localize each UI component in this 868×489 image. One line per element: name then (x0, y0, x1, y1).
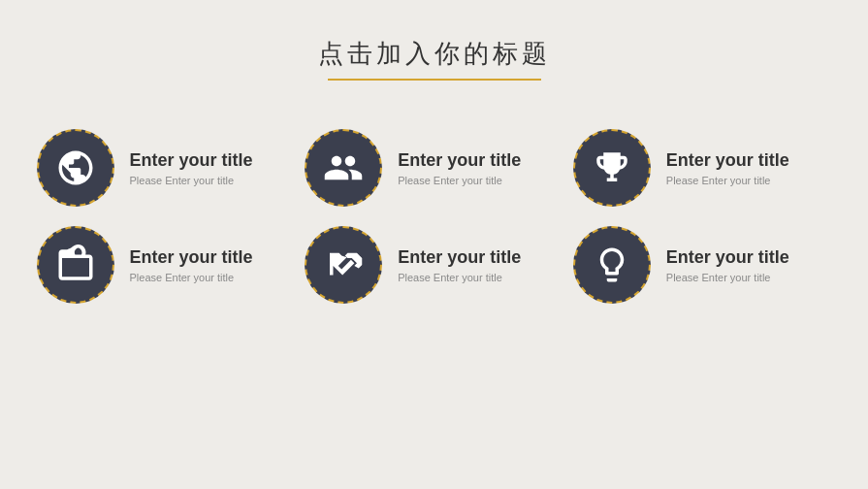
card-handshake-text: Enter your title Please Enter your title (398, 247, 521, 283)
card-team-title: Enter your title (398, 150, 521, 171)
card-briefcase-title: Enter your title (130, 247, 253, 268)
card-handshake-title: Enter your title (398, 247, 521, 268)
trophy-icon (592, 147, 632, 188)
handshake-icon-circle (305, 226, 382, 304)
cards-grid: Enter your title Please Enter your title… (17, 129, 852, 304)
card-lightbulb: Enter your title Please Enter your title (573, 226, 832, 304)
card-trophy-title: Enter your title (666, 150, 789, 171)
card-pie-chart-title: Enter your title (130, 150, 253, 171)
page-title: 点击加入你的标题 (318, 37, 551, 71)
title-underline (328, 79, 541, 81)
briefcase-icon (55, 244, 96, 285)
card-trophy-text: Enter your title Please Enter your title (666, 150, 789, 186)
trophy-icon-circle (573, 129, 651, 207)
team-icon (323, 147, 364, 188)
card-trophy-subtitle: Please Enter your title (666, 175, 789, 186)
card-briefcase-text: Enter your title Please Enter your title (130, 247, 253, 283)
card-briefcase: Enter your title Please Enter your title (37, 226, 296, 304)
briefcase-icon-circle (37, 226, 114, 304)
pie-chart-icon-circle (37, 129, 114, 207)
card-team-text: Enter your title Please Enter your title (398, 150, 521, 186)
card-pie-chart: Enter your title Please Enter your title (37, 129, 296, 207)
card-briefcase-subtitle: Please Enter your title (130, 272, 253, 283)
card-pie-chart-text: Enter your title Please Enter your title (130, 150, 253, 186)
card-lightbulb-title: Enter your title (666, 247, 789, 268)
lightbulb-icon-circle (573, 226, 651, 304)
card-team: Enter your title Please Enter your title (305, 129, 563, 207)
team-icon-circle (305, 129, 382, 207)
card-pie-chart-subtitle: Please Enter your title (130, 175, 253, 186)
card-lightbulb-subtitle: Please Enter your title (666, 272, 789, 283)
card-trophy: Enter your title Please Enter your title (573, 129, 832, 207)
card-handshake: Enter your title Please Enter your title (305, 226, 563, 304)
handshake-icon (323, 244, 364, 285)
pie-chart-icon (55, 147, 96, 188)
card-lightbulb-text: Enter your title Please Enter your title (666, 247, 789, 283)
card-handshake-subtitle: Please Enter your title (398, 272, 521, 283)
card-team-subtitle: Please Enter your title (398, 175, 521, 186)
lightbulb-icon (592, 244, 632, 285)
page-title-section: 点击加入你的标题 (318, 37, 551, 81)
